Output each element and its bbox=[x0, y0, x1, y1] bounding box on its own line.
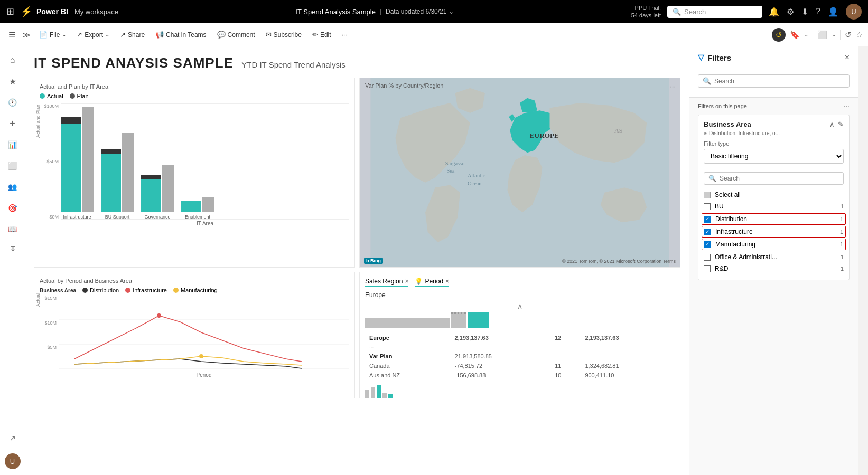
bar-chart-panel[interactable]: Actual and Plan by IT Area Actual Plan bbox=[34, 78, 355, 268]
filters-close-icon[interactable]: × bbox=[845, 53, 850, 62]
refresh-icon[interactable]: ↺ bbox=[772, 28, 786, 42]
sidebar-item-goals[interactable]: 🎯 bbox=[3, 198, 22, 217]
rd-checkbox[interactable] bbox=[704, 265, 711, 272]
bar-group-governance[interactable]: Governance bbox=[141, 96, 174, 220]
sidebar-item-home[interactable]: ⌂ bbox=[3, 51, 22, 70]
sidebar-item-recent[interactable]: 🕐 bbox=[3, 93, 22, 112]
table-row: ··· bbox=[366, 343, 674, 351]
select-all-checkbox[interactable] bbox=[704, 192, 711, 198]
sales-region-label: Sales Region bbox=[365, 278, 403, 285]
ocean-atlantic-text: Atlantic bbox=[468, 173, 486, 178]
sidebar-item-favorites[interactable]: ★ bbox=[3, 72, 22, 91]
filter-option-office[interactable]: Office & Administrati... 1 bbox=[704, 251, 844, 263]
filter-option-distribution[interactable]: Distribution 1 bbox=[702, 213, 846, 225]
subscribe-button[interactable]: ✉ Subscribe bbox=[262, 28, 306, 41]
period-chip[interactable]: 💡 Period × bbox=[415, 278, 449, 287]
settings-icon[interactable]: ⚙ bbox=[787, 7, 794, 17]
map-chart-panel[interactable]: 📌 ⧉ ▽ ⤢ ··· Var Plan % by Country/Region bbox=[359, 78, 680, 268]
manufacturing-checkbox[interactable] bbox=[704, 241, 711, 248]
favorite-icon[interactable]: ☆ bbox=[856, 30, 863, 40]
field-chevron-icon[interactable]: ∧ bbox=[829, 120, 835, 128]
workspace-label[interactable]: My workspace bbox=[74, 8, 118, 16]
edit-button[interactable]: ✏ Edit bbox=[308, 28, 335, 41]
distribution-checkbox[interactable] bbox=[704, 216, 711, 223]
download-icon[interactable]: ⬇ bbox=[801, 7, 808, 17]
select-all-label: Select all bbox=[715, 191, 741, 198]
collapse-chevron[interactable]: ∧ bbox=[365, 302, 675, 310]
undo-icon[interactable]: ↺ bbox=[845, 30, 852, 40]
map-copyright-text: © 2021 TomTom, © 2021 Microsoft Corporat… bbox=[562, 259, 676, 264]
field-name: Business Area bbox=[704, 120, 751, 128]
sidebar-item-external[interactable]: ↗ bbox=[3, 429, 22, 448]
bar-group-infrastructure[interactable]: Infrastructure bbox=[61, 96, 94, 220]
filters-panel: ▽ Filters × 🔍 Filters on this page ··· bbox=[689, 46, 858, 475]
bu-count: 1 bbox=[841, 203, 844, 210]
infrastructure-line bbox=[74, 316, 302, 362]
collapse-nav-icon[interactable]: ☰ bbox=[5, 28, 18, 42]
sidebar-item-collab[interactable]: 👥 bbox=[3, 177, 22, 196]
bell-icon[interactable]: 🔔 bbox=[769, 7, 779, 17]
sidebar-item-apps[interactable]: ⬜ bbox=[3, 156, 22, 175]
cell-ausnz-period: 10 bbox=[552, 371, 581, 379]
filter-option-bu[interactable]: BU 1 bbox=[704, 201, 844, 212]
sidebar-item-learn[interactable]: 📖 bbox=[3, 220, 22, 239]
sales-region-chip[interactable]: Sales Region × bbox=[365, 278, 408, 287]
filter-options-search[interactable]: 🔍 bbox=[704, 172, 844, 185]
layout-icon[interactable]: ⬜ bbox=[817, 30, 827, 40]
region-value: Europe bbox=[365, 291, 675, 299]
filter-funnel-icon: ▽ bbox=[698, 53, 704, 62]
chevron-down-icon[interactable]: ⌄ bbox=[804, 32, 808, 37]
filter-search-input[interactable] bbox=[714, 78, 845, 85]
select-all-option[interactable]: Select all bbox=[704, 189, 844, 201]
filter-option-infrastructure[interactable]: Infrastructure 1 bbox=[702, 226, 846, 238]
grid-icon[interactable]: ⊞ bbox=[6, 6, 14, 17]
region-close-icon[interactable]: × bbox=[405, 278, 408, 285]
legend-ba-label: Business Area bbox=[40, 288, 76, 293]
period-close-icon[interactable]: × bbox=[445, 278, 449, 285]
file-button[interactable]: 📄 File ⌄ bbox=[35, 28, 70, 41]
y-label-100: $100M bbox=[40, 103, 59, 109]
office-checkbox[interactable] bbox=[704, 254, 711, 261]
help-icon[interactable]: ? bbox=[816, 7, 820, 16]
sidebar-user-avatar[interactable]: U bbox=[3, 452, 22, 471]
layout-chevron-icon[interactable]: ⌄ bbox=[832, 32, 836, 37]
search-placeholder-text: Search bbox=[684, 8, 706, 16]
person-icon[interactable]: 👤 bbox=[828, 7, 838, 17]
mini-bar-5 bbox=[388, 394, 393, 398]
line-chart-panel[interactable]: Actual by Period and Business Area Busin… bbox=[34, 272, 355, 398]
bu-checkbox[interactable] bbox=[704, 203, 711, 210]
sidebar-item-create[interactable]: + bbox=[3, 114, 22, 133]
sidebar-item-data[interactable]: 📊 bbox=[3, 135, 22, 154]
infrastructure-label: Infrastructure bbox=[715, 228, 753, 235]
field-edit-icon[interactable]: ✎ bbox=[838, 120, 844, 128]
top-navigation: ⊞ ⚡ Power BI My workspace IT Spend Analy… bbox=[0, 0, 868, 23]
filter-option-rd[interactable]: R&D 1 bbox=[704, 263, 844, 274]
bar-plan-infrastructure bbox=[82, 107, 94, 212]
share-button[interactable]: ↗ Share bbox=[116, 28, 149, 41]
chevron-down-icon[interactable]: ⌄ bbox=[449, 8, 454, 15]
infrastructure-checkbox[interactable] bbox=[704, 229, 711, 235]
more-button[interactable]: ··· bbox=[338, 29, 351, 41]
filter-search-box[interactable]: 🔍 bbox=[698, 74, 850, 88]
export-button[interactable]: ↗ Export ⌄ bbox=[72, 28, 114, 41]
bookmark-icon[interactable]: 🔖 bbox=[790, 30, 800, 40]
chevron-nav-icon[interactable]: ≫ bbox=[21, 28, 33, 41]
distribution-count: 1 bbox=[840, 216, 843, 222]
bar-group-enablement[interactable]: Enablement bbox=[181, 96, 214, 220]
bar-plan-enablement bbox=[202, 197, 214, 212]
filter-type-dropdown[interactable]: Basic filtering bbox=[704, 149, 844, 164]
manufacturing-line bbox=[74, 356, 302, 365]
options-search-input[interactable] bbox=[720, 175, 839, 182]
sidebar-item-datahub[interactable]: 🗄 bbox=[3, 241, 22, 260]
user-avatar[interactable]: U bbox=[846, 4, 862, 20]
chat-in-teams-button[interactable]: 📢 Chat in Teams bbox=[151, 28, 210, 41]
filters-more-icon[interactable]: ··· bbox=[843, 102, 850, 110]
bar-group-busupport[interactable]: BU Support bbox=[101, 96, 134, 220]
filter-option-manufacturing[interactable]: Manufacturing 1 bbox=[702, 239, 846, 250]
table-row-varplan: Var Plan 21,913,580.85 bbox=[366, 352, 674, 360]
filter-type-section: Filter type Basic filtering bbox=[704, 140, 844, 168]
global-search-box[interactable]: 🔍 Search bbox=[667, 6, 762, 18]
filter-search-icon: 🔍 bbox=[703, 77, 711, 85]
bar-chart-title: Actual and Plan by IT Area bbox=[40, 83, 349, 90]
comment-button[interactable]: 💬 Comment bbox=[213, 28, 259, 41]
